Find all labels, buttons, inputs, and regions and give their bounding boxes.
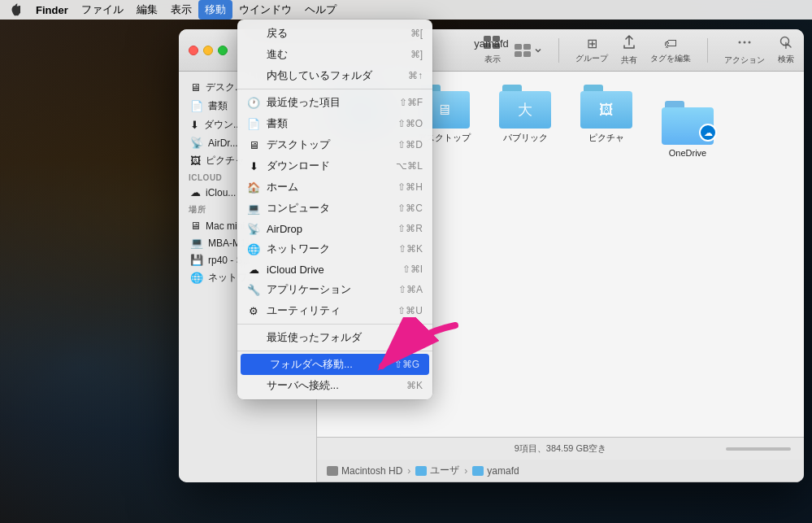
back-icon [247,27,260,40]
documents-menu-icon: 📄 [247,117,260,130]
menu-icloud-drive[interactable]: ☁ iCloud Drive ⇧⌘I [237,259,432,279]
menu-applications[interactable]: 🔧 アプリケーション ⇧⌘A [237,279,432,300]
menu-go-back[interactable]: 戻る ⌘[ [237,23,432,44]
network-menu-icon: 🌐 [247,242,260,255]
menu-airdrop[interactable]: 📡 AirDrop ⇧⌘R [237,219,432,238]
computer-menu-icon: 💻 [247,202,260,215]
downloads-menu-icon: ⬇ [247,159,260,172]
recents-icon: 🕐 [247,96,260,109]
menu-home[interactable]: 🏠 ホーム ⇧⌘H [237,177,432,198]
airdrop-menu-icon: 📡 [247,222,260,235]
home-menu-icon: 🏠 [247,181,260,194]
utilities-menu-icon: ⚙ [247,304,260,317]
menu-network[interactable]: 🌐 ネットワーク ⇧⌘K [237,238,432,259]
desktop-menu-icon: 🖥 [247,138,260,151]
menu-sep-1 [237,89,432,89]
enclosing-icon [247,69,260,82]
annotation-arrow [350,317,463,386]
server-icon [247,379,260,392]
apps-menu-icon: 🔧 [247,283,260,296]
goto-folder-icon [250,358,263,371]
menu-computer[interactable]: 💻 コンピュータ ⇧⌘C [237,198,432,219]
menu-documents[interactable]: 📄 書類 ⇧⌘O [237,113,432,134]
dropdown-overlay: 戻る ⌘[ 進む ⌘] 内包しているフォルダ ⌘↑ 🕐 最近使った項目 ⇧⌘F … [0,0,812,523]
forward-icon [247,48,260,61]
menu-enclosing-folder[interactable]: 内包しているフォルダ ⌘↑ [237,65,432,86]
menu-go-forward[interactable]: 進む ⌘] [237,44,432,65]
menu-downloads[interactable]: ⬇ ダウンロード ⌥⌘L [237,155,432,177]
menu-desktop[interactable]: 🖥 デスクトップ ⇧⌘D [237,134,432,155]
menu-recents[interactable]: 🕐 最近使った項目 ⇧⌘F [237,92,432,113]
recent-folders-icon [247,331,260,344]
icloud-drive-icon: ☁ [247,263,260,276]
